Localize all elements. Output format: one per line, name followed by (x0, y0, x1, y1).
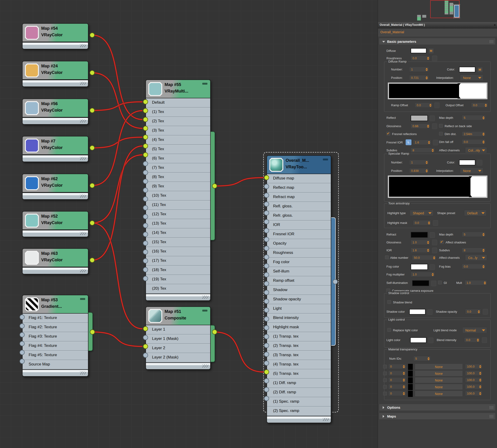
light-color-swatch[interactable] (410, 337, 427, 343)
shadow-blend-checkbox[interactable] (387, 300, 391, 304)
input-socket[interactable] (264, 246, 269, 251)
input-socket[interactable] (143, 99, 148, 104)
node-input-row[interactable]: Diffuse map (267, 174, 331, 183)
refract-glossiness-spinner[interactable]: 1.0 (411, 240, 430, 245)
output-socket[interactable] (333, 279, 338, 284)
node-input-row[interactable]: Default (146, 98, 210, 108)
input-socket[interactable] (264, 334, 269, 339)
node-input-row[interactable]: Flag #3: Texture (23, 332, 88, 341)
transparency-amount-spinner[interactable]: 100.0 (465, 364, 482, 369)
interpolation-dropdown[interactable]: None (460, 75, 483, 81)
input-socket[interactable] (19, 332, 25, 337)
fresnel-reflections-checkbox[interactable] (386, 132, 390, 136)
input-socket[interactable] (19, 315, 25, 320)
blend-intensity-spinner[interactable]: 0.0 (464, 337, 480, 342)
transparency-color-swatch[interactable] (408, 364, 413, 370)
input-socket[interactable] (143, 258, 148, 263)
resize-grip-icon[interactable] (80, 195, 86, 198)
refract-max-depth-spinner[interactable]: 5 (462, 232, 486, 237)
input-socket[interactable] (264, 184, 269, 189)
ramp-key-marker[interactable] (469, 176, 472, 178)
transparency-map-button[interactable]: None (415, 384, 463, 390)
node-input-row[interactable]: (1) Spec. ramp (267, 397, 331, 407)
node-input-row[interactable]: Shadow (267, 286, 331, 295)
reflect-map-button[interactable] (430, 115, 435, 121)
input-socket[interactable] (143, 144, 148, 149)
fog-bias-spinner[interactable]: 0.0 (462, 264, 486, 269)
resize-grip-icon[interactable] (80, 371, 86, 375)
ramp-offset-map-button[interactable] (434, 103, 440, 108)
node-header[interactable]: Map #56VRayColor (22, 98, 88, 117)
input-socket[interactable] (143, 232, 148, 237)
node-vraycolor[interactable]: Map #52VRayColor (22, 211, 88, 237)
output-socket[interactable] (212, 329, 217, 335)
highlight-type-dropdown[interactable]: Shaped (410, 210, 433, 216)
transparency-map-button[interactable]: None (415, 391, 463, 397)
node-input-row[interactable]: (10) Tex (146, 191, 210, 201)
transparency-amount-spinner[interactable]: 100.0 (465, 377, 482, 383)
roughness-spinner[interactable]: 0.0 (411, 56, 430, 61)
input-socket[interactable] (143, 214, 148, 219)
ior-map-button[interactable] (432, 248, 437, 253)
input-socket[interactable] (264, 228, 269, 233)
input-socket[interactable] (143, 179, 148, 184)
transparency-id-spinner[interactable]: 0 (388, 384, 406, 389)
input-socket[interactable] (264, 316, 269, 321)
input-socket[interactable] (19, 359, 25, 364)
blend-intensity-map-button[interactable] (482, 337, 487, 343)
node-vraycolor[interactable]: Map #54VRayColor (22, 23, 88, 49)
node-vraymultisubtex[interactable]: Map #55VRayMulti...Default(1) Tex(2) Tex… (145, 80, 211, 301)
input-socket[interactable] (143, 353, 148, 358)
transparency-color-swatch[interactable] (408, 377, 413, 384)
node-input-row[interactable]: (4) Transp. tex (267, 360, 331, 369)
input-socket[interactable] (264, 219, 269, 224)
node-vraycolor[interactable]: Map #62VRayColor (22, 174, 88, 200)
glossiness-map-button[interactable] (432, 124, 437, 129)
transparency-id-spinner[interactable]: 0 (388, 370, 406, 376)
node-input-row[interactable]: Flag #5: Texture (23, 351, 88, 360)
node-vraycolor[interactable]: Map #63VRayColor (22, 248, 88, 274)
input-socket[interactable] (264, 263, 269, 269)
node-input-row[interactable]: (17) Tex (146, 256, 210, 266)
shadow-opacity-map-button[interactable] (483, 309, 488, 315)
output-socket[interactable] (90, 108, 95, 113)
max-depth-spinner[interactable]: 5 (462, 115, 486, 120)
input-socket[interactable] (143, 276, 148, 281)
shadow-color-swatch[interactable] (409, 309, 426, 315)
ramp-position-spinner[interactable]: 0.721 (409, 75, 429, 80)
shadow-opacity-spinner[interactable]: 0.0 (465, 309, 481, 314)
input-socket[interactable] (264, 299, 269, 304)
spec-interpolation-dropdown[interactable]: None (460, 168, 483, 174)
output-socket[interactable] (90, 183, 95, 188)
shadow-color-map-button[interactable] (428, 309, 432, 315)
input-socket[interactable] (143, 335, 148, 340)
rollout-options[interactable]: Options (379, 404, 496, 411)
input-socket[interactable] (143, 344, 148, 349)
node-vraytoonmtl[interactable]: Overall_M...VRayToo...Diffuse mapReflect… (267, 155, 331, 423)
node-resize-bar[interactable] (22, 230, 88, 237)
replace-light-color-checkbox[interactable] (387, 328, 391, 332)
resize-grip-icon[interactable] (323, 418, 329, 421)
input-socket[interactable] (264, 396, 269, 401)
transparency-row-checkbox[interactable] (383, 378, 387, 382)
gi-checkbox[interactable] (438, 281, 442, 284)
node-input-row[interactable]: (9) Tex (146, 182, 210, 191)
node-resize-bar[interactable] (267, 416, 331, 423)
node-input-row[interactable]: Refr. gloss. (267, 211, 331, 221)
light-blend-mode-dropdown[interactable]: Normal (462, 327, 487, 333)
rollout-maps[interactable]: Maps (379, 413, 496, 420)
transparency-id-spinner[interactable]: 0 (388, 391, 406, 396)
diffuse-map-button[interactable]: M (428, 48, 434, 54)
input-socket[interactable] (264, 210, 269, 216)
highlight-mask-map-button[interactable] (433, 220, 438, 226)
transparency-row-checkbox[interactable] (383, 371, 387, 375)
input-socket[interactable] (264, 343, 269, 348)
light-color-map-button[interactable] (428, 337, 433, 343)
node-input-row[interactable]: (11) Tex (146, 201, 210, 210)
input-socket[interactable] (143, 152, 148, 157)
resize-grip-icon[interactable] (202, 365, 208, 368)
input-socket[interactable] (143, 205, 148, 210)
ramp-key-marker[interactable] (457, 96, 461, 98)
node-resize-bar[interactable] (22, 155, 88, 162)
node-input-row[interactable]: Opacity (267, 239, 331, 249)
